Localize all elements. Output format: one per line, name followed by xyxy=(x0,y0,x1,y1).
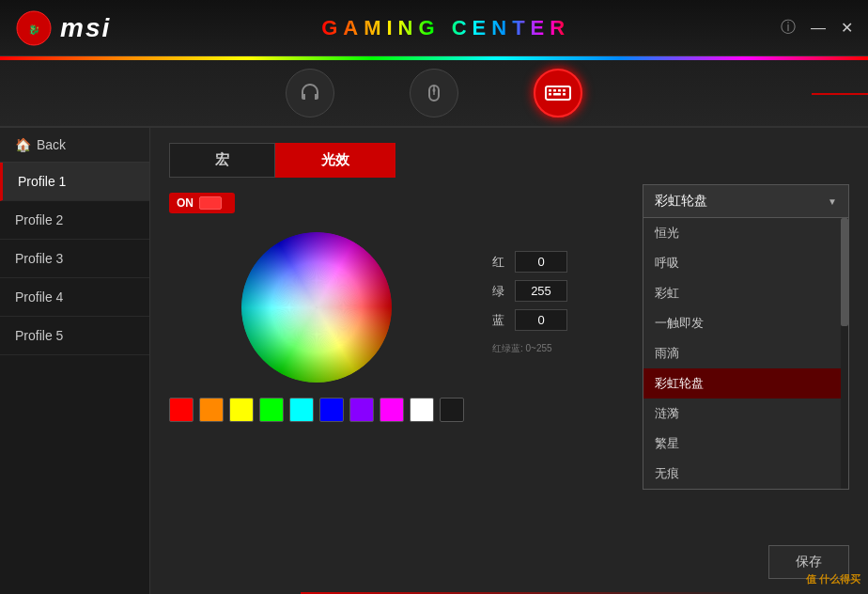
color-swatch[interactable] xyxy=(199,398,224,422)
rgb-hint: 红绿蓝: 0~255 xyxy=(492,342,567,355)
sidebar-item-profile4[interactable]: Profile 4 xyxy=(0,278,149,317)
color-wheel-container[interactable] xyxy=(241,232,392,383)
sidebar-item-profile2[interactable]: Profile 2 xyxy=(0,201,149,240)
msi-logo-text: msi xyxy=(60,13,111,43)
tab-bar: 宏 光效 xyxy=(169,143,849,178)
dropdown-selected-label: 彩虹轮盘 xyxy=(655,193,707,210)
minimize-button[interactable]: — xyxy=(811,20,826,37)
color-swatch[interactable] xyxy=(319,398,344,422)
color-swatches xyxy=(169,398,464,422)
dropdown-container: 彩虹轮盘 ▼ 恒光 呼吸 彩虹 一触即发 雨滴 xyxy=(643,184,849,490)
color-swatch[interactable] xyxy=(169,398,194,422)
color-swatch[interactable] xyxy=(410,398,434,422)
keyboard-icon xyxy=(544,82,572,104)
main-content: 🏠 Back Profile 1 Profile 2 Profile 3 Pro… xyxy=(0,128,868,594)
red-label: 红 xyxy=(492,254,507,271)
color-swatch[interactable] xyxy=(289,398,314,422)
tab-lighting-label: 光效 xyxy=(321,151,349,167)
power-toggle[interactable]: ON xyxy=(169,193,235,213)
dropdown-scrollbar[interactable] xyxy=(841,218,848,489)
header: 🐉 msi GAMING CENTER ⓘ — ✕ xyxy=(0,0,868,56)
dropdown-list: 恒光 呼吸 彩虹 一触即发 雨滴 彩虹轮盘 涟漪 xyxy=(643,218,849,490)
app-title: GAMING CENTER xyxy=(321,16,570,40)
svg-rect-10 xyxy=(549,93,551,96)
color-wheel[interactable] xyxy=(241,232,392,383)
dropdown-option-raindrop[interactable]: 雨滴 xyxy=(643,338,848,368)
green-input[interactable] xyxy=(515,280,567,302)
sidebar: 🏠 Back Profile 1 Profile 2 Profile 3 Pro… xyxy=(0,128,150,594)
color-swatch[interactable] xyxy=(380,398,404,422)
color-swatch[interactable] xyxy=(259,398,284,422)
profile1-label: Profile 1 xyxy=(18,174,66,189)
back-button[interactable]: 🏠 Back xyxy=(0,128,149,163)
rgb-blue-row: 蓝 xyxy=(492,309,567,331)
device-keyboard-button[interactable] xyxy=(534,69,582,117)
svg-point-4 xyxy=(433,88,436,92)
svg-rect-7 xyxy=(553,89,556,92)
color-swatch[interactable] xyxy=(440,398,464,422)
dropdown-scroll-thumb xyxy=(841,218,848,326)
svg-text:🐉: 🐉 xyxy=(28,23,40,35)
back-label: Back xyxy=(37,137,66,152)
window-controls: ⓘ — ✕ xyxy=(781,18,853,38)
content-area: 宏 光效 ON xyxy=(150,128,868,594)
color-swatch[interactable] xyxy=(229,398,254,422)
svg-rect-12 xyxy=(563,93,566,96)
svg-rect-9 xyxy=(563,89,566,92)
dropdown-option-rainbow-wheel[interactable]: 彩虹轮盘 xyxy=(643,368,848,399)
red-input[interactable] xyxy=(515,251,567,273)
toggle-state-label: ON xyxy=(177,196,194,210)
sidebar-item-profile5[interactable]: Profile 5 xyxy=(0,317,149,355)
profile5-label: Profile 5 xyxy=(15,328,63,343)
device-bar xyxy=(0,60,868,128)
rgb-red-row: 红 xyxy=(492,251,567,273)
green-label: 绿 xyxy=(492,283,507,300)
dropdown-option-stars[interactable]: 繁星 xyxy=(643,429,848,459)
rgb-inputs: 红 绿 蓝 红绿蓝: 0~255 xyxy=(492,251,567,355)
close-button[interactable]: ✕ xyxy=(841,19,853,37)
dropdown-arrow-icon: ▼ xyxy=(828,196,837,207)
device-headset-button[interactable] xyxy=(286,69,334,117)
dropdown-option-stream[interactable]: 涟漪 xyxy=(643,399,848,429)
msi-dragon-icon: 🐉 xyxy=(15,9,53,47)
watermark: 值 什么得买 xyxy=(806,572,860,586)
svg-rect-6 xyxy=(549,89,551,92)
mouse-icon xyxy=(421,80,447,106)
blue-input[interactable] xyxy=(515,309,567,331)
dropdown-header[interactable]: 彩虹轮盘 ▼ xyxy=(643,184,849,218)
rgb-green-row: 绿 xyxy=(492,280,567,302)
toggle-handle xyxy=(199,196,222,210)
device-mouse-button[interactable] xyxy=(410,69,458,117)
dropdown-option-rainbow[interactable]: 彩虹 xyxy=(643,278,848,308)
headset-icon xyxy=(297,80,323,106)
dropdown-option-breathe[interactable]: 呼吸 xyxy=(643,248,848,278)
tab-macro-label: 宏 xyxy=(215,151,229,167)
dropdown-option-constant[interactable]: 恒光 xyxy=(643,218,848,248)
title-bar: GAMING CENTER xyxy=(111,16,781,40)
profile4-label: Profile 4 xyxy=(15,289,63,305)
profile3-label: Profile 3 xyxy=(15,251,63,266)
dropdown-option-invisible[interactable]: 无痕 xyxy=(643,459,848,489)
back-arrow-icon: 🏠 xyxy=(15,137,31,152)
svg-rect-11 xyxy=(553,93,561,96)
tab-lighting[interactable]: 光效 xyxy=(275,143,395,178)
logo-area: 🐉 msi xyxy=(15,9,111,47)
sidebar-item-profile1[interactable]: Profile 1 xyxy=(0,163,149,201)
color-swatch[interactable] xyxy=(349,398,374,422)
dropdown-option-trigger[interactable]: 一触即发 xyxy=(643,308,848,338)
svg-rect-8 xyxy=(558,89,561,92)
sidebar-item-profile3[interactable]: Profile 3 xyxy=(0,240,149,278)
tab-macro[interactable]: 宏 xyxy=(169,143,275,178)
profile2-label: Profile 2 xyxy=(15,212,63,227)
info-button[interactable]: ⓘ xyxy=(781,18,796,38)
blue-label: 蓝 xyxy=(492,312,507,329)
